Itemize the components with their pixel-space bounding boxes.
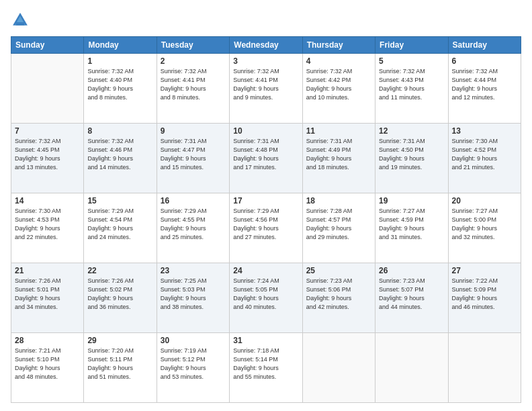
day-number: 27 <box>452 266 517 275</box>
calendar-cell: 9Sunrise: 7:31 AM Sunset: 4:47 PM Daylig… <box>157 124 229 193</box>
calendar-cell: 14Sunrise: 7:30 AM Sunset: 4:53 PM Dayli… <box>11 193 84 263</box>
day-info: Sunrise: 7:30 AM Sunset: 4:52 PM Dayligh… <box>452 137 517 172</box>
day-number: 17 <box>233 196 298 205</box>
day-header-tuesday: Tuesday <box>157 37 229 54</box>
day-info: Sunrise: 7:27 AM Sunset: 5:00 PM Dayligh… <box>452 207 517 242</box>
day-number: 28 <box>15 336 80 345</box>
day-info: Sunrise: 7:18 AM Sunset: 5:14 PM Dayligh… <box>233 347 298 381</box>
svg-rect-2 <box>16 22 24 26</box>
calendar-cell: 2Sunrise: 7:32 AM Sunset: 4:41 PM Daylig… <box>157 54 229 124</box>
day-number: 16 <box>161 196 226 205</box>
day-number: 1 <box>87 56 152 66</box>
day-info: Sunrise: 7:32 AM Sunset: 4:44 PM Dayligh… <box>452 67 517 102</box>
day-info: Sunrise: 7:20 AM Sunset: 5:11 PM Dayligh… <box>87 347 152 381</box>
calendar-cell: 27Sunrise: 7:22 AM Sunset: 5:09 PM Dayli… <box>448 263 521 333</box>
calendar-cell: 23Sunrise: 7:25 AM Sunset: 5:03 PM Dayli… <box>157 263 229 333</box>
day-info: Sunrise: 7:29 AM Sunset: 4:54 PM Dayligh… <box>87 207 152 242</box>
calendar-table: SundayMondayTuesdayWednesdayThursdayFrid… <box>11 36 521 403</box>
day-number: 9 <box>161 126 226 136</box>
calendar-week-1: 1Sunrise: 7:32 AM Sunset: 4:40 PM Daylig… <box>11 54 521 124</box>
day-info: Sunrise: 7:21 AM Sunset: 5:10 PM Dayligh… <box>15 347 80 381</box>
logo-icon <box>11 11 30 30</box>
day-header-friday: Friday <box>375 37 448 54</box>
calendar-cell: 25Sunrise: 7:23 AM Sunset: 5:06 PM Dayli… <box>302 263 375 333</box>
day-number: 30 <box>161 336 226 345</box>
day-info: Sunrise: 7:26 AM Sunset: 5:02 PM Dayligh… <box>87 277 152 312</box>
day-info: Sunrise: 7:32 AM Sunset: 4:41 PM Dayligh… <box>161 67 226 102</box>
day-number: 12 <box>379 126 444 136</box>
day-number: 13 <box>452 126 517 136</box>
day-number: 22 <box>87 266 152 275</box>
calendar-cell: 19Sunrise: 7:27 AM Sunset: 4:59 PM Dayli… <box>375 193 448 263</box>
day-number: 6 <box>452 56 517 66</box>
day-number: 18 <box>306 196 371 205</box>
day-info: Sunrise: 7:29 AM Sunset: 4:56 PM Dayligh… <box>233 207 298 242</box>
calendar-cell <box>375 333 448 403</box>
day-info: Sunrise: 7:32 AM Sunset: 4:42 PM Dayligh… <box>306 67 371 102</box>
day-header-wednesday: Wednesday <box>230 37 302 54</box>
calendar-cell: 15Sunrise: 7:29 AM Sunset: 4:54 PM Dayli… <box>84 193 157 263</box>
day-info: Sunrise: 7:24 AM Sunset: 5:05 PM Dayligh… <box>233 277 298 312</box>
calendar-cell: 16Sunrise: 7:29 AM Sunset: 4:55 PM Dayli… <box>157 193 229 263</box>
day-number: 26 <box>379 266 444 275</box>
calendar-cell: 6Sunrise: 7:32 AM Sunset: 4:44 PM Daylig… <box>448 54 521 124</box>
day-number: 2 <box>161 56 226 66</box>
day-number: 5 <box>379 56 444 66</box>
calendar-cell: 7Sunrise: 7:32 AM Sunset: 4:45 PM Daylig… <box>11 124 84 193</box>
calendar-cell: 11Sunrise: 7:31 AM Sunset: 4:49 PM Dayli… <box>302 124 375 193</box>
day-number: 23 <box>161 266 226 275</box>
day-number: 3 <box>233 56 298 66</box>
calendar-cell: 26Sunrise: 7:23 AM Sunset: 5:07 PM Dayli… <box>375 263 448 333</box>
calendar-cell: 1Sunrise: 7:32 AM Sunset: 4:40 PM Daylig… <box>84 54 157 124</box>
logo <box>11 11 32 30</box>
day-info: Sunrise: 7:31 AM Sunset: 4:50 PM Dayligh… <box>379 137 444 172</box>
calendar-cell: 3Sunrise: 7:32 AM Sunset: 4:41 PM Daylig… <box>230 54 302 124</box>
calendar-cell: 4Sunrise: 7:32 AM Sunset: 4:42 PM Daylig… <box>302 54 375 124</box>
calendar-cell: 24Sunrise: 7:24 AM Sunset: 5:05 PM Dayli… <box>230 263 302 333</box>
day-header-sunday: Sunday <box>11 37 84 54</box>
day-number: 8 <box>87 126 152 136</box>
calendar-cell: 21Sunrise: 7:26 AM Sunset: 5:01 PM Dayli… <box>11 263 84 333</box>
calendar-cell <box>11 54 84 124</box>
calendar-cell: 8Sunrise: 7:32 AM Sunset: 4:46 PM Daylig… <box>84 124 157 193</box>
day-info: Sunrise: 7:27 AM Sunset: 4:59 PM Dayligh… <box>379 207 444 242</box>
calendar-week-4: 21Sunrise: 7:26 AM Sunset: 5:01 PM Dayli… <box>11 263 521 333</box>
day-info: Sunrise: 7:29 AM Sunset: 4:55 PM Dayligh… <box>161 207 226 242</box>
calendar-body: 1Sunrise: 7:32 AM Sunset: 4:40 PM Daylig… <box>11 54 521 403</box>
day-header-saturday: Saturday <box>448 37 521 54</box>
day-number: 25 <box>306 266 371 275</box>
calendar-cell: 30Sunrise: 7:19 AM Sunset: 5:12 PM Dayli… <box>157 333 229 403</box>
calendar-cell: 29Sunrise: 7:20 AM Sunset: 5:11 PM Dayli… <box>84 333 157 403</box>
day-info: Sunrise: 7:32 AM Sunset: 4:45 PM Dayligh… <box>15 137 80 172</box>
day-number: 15 <box>87 196 152 205</box>
day-number: 4 <box>306 56 371 66</box>
day-info: Sunrise: 7:32 AM Sunset: 4:43 PM Dayligh… <box>379 67 444 102</box>
day-number: 31 <box>233 336 298 345</box>
day-info: Sunrise: 7:32 AM Sunset: 4:41 PM Dayligh… <box>233 67 298 102</box>
calendar-cell: 12Sunrise: 7:31 AM Sunset: 4:50 PM Dayli… <box>375 124 448 193</box>
calendar-cell: 17Sunrise: 7:29 AM Sunset: 4:56 PM Dayli… <box>230 193 302 263</box>
calendar-cell: 20Sunrise: 7:27 AM Sunset: 5:00 PM Dayli… <box>448 193 521 263</box>
calendar-week-2: 7Sunrise: 7:32 AM Sunset: 4:45 PM Daylig… <box>11 124 521 193</box>
day-info: Sunrise: 7:31 AM Sunset: 4:48 PM Dayligh… <box>233 137 298 172</box>
day-number: 10 <box>233 126 298 136</box>
day-number: 11 <box>306 126 371 136</box>
day-info: Sunrise: 7:19 AM Sunset: 5:12 PM Dayligh… <box>161 347 226 381</box>
day-info: Sunrise: 7:25 AM Sunset: 5:03 PM Dayligh… <box>161 277 226 312</box>
day-number: 19 <box>379 196 444 205</box>
calendar-cell: 5Sunrise: 7:32 AM Sunset: 4:43 PM Daylig… <box>375 54 448 124</box>
day-info: Sunrise: 7:31 AM Sunset: 4:47 PM Dayligh… <box>161 137 226 172</box>
day-info: Sunrise: 7:28 AM Sunset: 4:57 PM Dayligh… <box>306 207 371 242</box>
calendar-cell: 10Sunrise: 7:31 AM Sunset: 4:48 PM Dayli… <box>230 124 302 193</box>
header-row: SundayMondayTuesdayWednesdayThursdayFrid… <box>11 37 521 54</box>
day-number: 7 <box>15 126 80 136</box>
calendar-week-3: 14Sunrise: 7:30 AM Sunset: 4:53 PM Dayli… <box>11 193 521 263</box>
calendar-cell: 31Sunrise: 7:18 AM Sunset: 5:14 PM Dayli… <box>230 333 302 403</box>
calendar-cell: 18Sunrise: 7:28 AM Sunset: 4:57 PM Dayli… <box>302 193 375 263</box>
calendar-cell: 22Sunrise: 7:26 AM Sunset: 5:02 PM Dayli… <box>84 263 157 333</box>
day-number: 29 <box>87 336 152 345</box>
day-info: Sunrise: 7:30 AM Sunset: 4:53 PM Dayligh… <box>15 207 80 242</box>
calendar-cell <box>448 333 521 403</box>
calendar-week-5: 28Sunrise: 7:21 AM Sunset: 5:10 PM Dayli… <box>11 333 521 403</box>
day-info: Sunrise: 7:32 AM Sunset: 4:40 PM Dayligh… <box>87 67 152 102</box>
